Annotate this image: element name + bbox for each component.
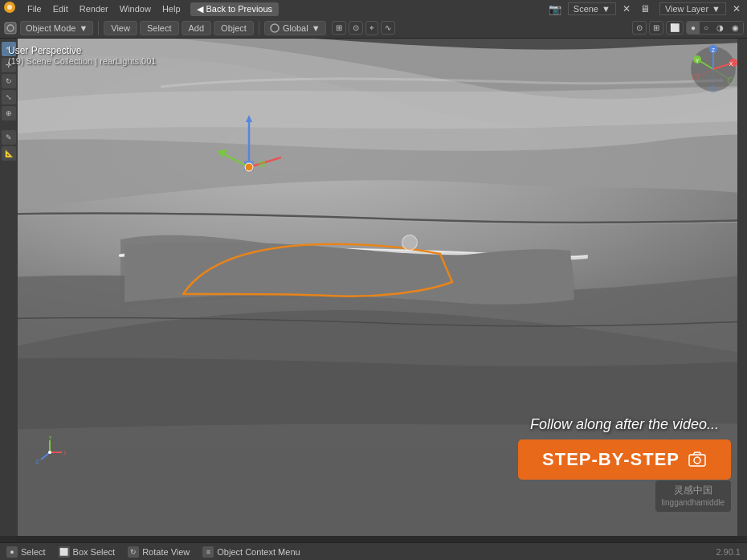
mode-dropdown-arrow: ▼	[79, 23, 88, 33]
toolbar: Object Mode ▼ View Select Add Object Glo…	[0, 18, 747, 39]
viewport-axis-gizmo[interactable]: X Y Z	[689, 45, 737, 93]
svg-line-18	[41, 452, 50, 460]
right-panel	[737, 39, 747, 536]
status-context-menu[interactable]: ≡ Object Context Menu	[202, 546, 300, 558]
camera-step-icon	[688, 450, 707, 469]
select-button[interactable]: Select	[140, 21, 179, 35]
step-button-label: STEP-BY-STEP	[542, 449, 680, 470]
transform-label: Global	[283, 23, 308, 33]
x-button[interactable]: ✕	[619, 2, 634, 16]
transform-tool[interactable]: ⊕	[2, 106, 16, 121]
menu-help[interactable]: Help	[157, 2, 186, 15]
view-button[interactable]: View	[104, 21, 137, 35]
wireframe-shading-button[interactable]: ○	[700, 22, 712, 34]
menu-render[interactable]: Render	[75, 2, 113, 15]
viewport[interactable]: ↖ ✛ ↻ ⤡ ⊕ ✎ 📐 User Perspective (19) Scen…	[0, 39, 747, 536]
status-box-select[interactable]: ⬜ Box Select	[59, 546, 116, 558]
add-button[interactable]: Add	[182, 21, 212, 35]
svg-marker-8	[246, 115, 252, 122]
measure-tool[interactable]: 📐	[2, 146, 16, 161]
top-menu-bar: File Edit Render Window Help ◀ Back to P…	[0, 0, 747, 18]
cursor	[402, 235, 418, 251]
camera-icon[interactable]: 📷	[545, 2, 565, 17]
collection-label: (19) Scene Collection | rearLights.001	[8, 56, 156, 66]
version-label: 2.90.1	[716, 547, 741, 557]
view-layer-label: View Layer	[665, 4, 708, 14]
xray-icon[interactable]: ⬜	[666, 21, 684, 35]
material-shading-button[interactable]: ◑	[712, 22, 728, 34]
back-to-previous-button[interactable]: ◀ Back to Previous	[190, 2, 280, 16]
scene-label: Scene	[574, 4, 598, 14]
object-mode-dropdown[interactable]: Object Mode ▼	[20, 21, 93, 35]
left-tools-panel: ↖ ✛ ↻ ⤡ ⊕ ✎ 📐	[0, 39, 18, 536]
select-label: Select	[21, 547, 46, 557]
svg-line-12	[221, 153, 249, 167]
scene-dropdown-icon: ▼	[602, 4, 610, 14]
svg-rect-23	[689, 455, 705, 466]
box-select-label: Box Select	[73, 547, 116, 557]
scale-tool[interactable]: ⤡	[2, 90, 16, 104]
svg-point-4	[271, 24, 279, 32]
menu-window[interactable]: Window	[115, 2, 156, 15]
rendered-shading-button[interactable]: ◉	[728, 22, 743, 34]
view-layer-dropdown[interactable]: View Layer ▼	[659, 2, 726, 15]
svg-point-24	[694, 457, 700, 464]
viewport-shading-icon[interactable]: ⊙	[632, 21, 647, 35]
rotate-tool[interactable]: ↻	[2, 74, 16, 88]
proportional-falloff-icon[interactable]: ∿	[381, 21, 395, 35]
svg-point-19	[48, 451, 51, 454]
context-menu-label: Object Context Menu	[217, 547, 300, 557]
proportional-edit-icon[interactable]: ⊙	[349, 21, 363, 35]
back-arrow-icon: ◀	[197, 4, 203, 14]
context-menu-icon: ≡	[202, 546, 214, 558]
follow-text: Follow along after the video...	[518, 416, 731, 433]
snap-to-grid-icon[interactable]: ⊞	[332, 21, 346, 35]
scene-dropdown[interactable]: Scene ▼	[568, 2, 616, 15]
object-button[interactable]: Object	[214, 21, 254, 35]
status-bar: ● Select ⬜ Box Select ↻ Rotate View ≡ Ob…	[0, 542, 747, 560]
object-mode-icon	[3, 21, 18, 35]
transform-icon	[270, 23, 280, 33]
back-button-label: Back to Previous	[206, 4, 273, 14]
svg-text:Y: Y	[48, 436, 53, 441]
follow-overlay: Follow along after the video... STEP-BY-…	[518, 416, 731, 480]
menu-edit[interactable]: Edit	[48, 2, 73, 15]
svg-text:Z: Z	[712, 47, 716, 53]
svg-text:X: X	[63, 449, 66, 456]
transform-dropdown[interactable]: Global ▼	[264, 21, 326, 35]
svg-point-1	[7, 5, 12, 10]
status-select[interactable]: ● Select	[6, 546, 46, 558]
object-mode-label: Object Mode	[26, 23, 76, 33]
menu-file[interactable]: File	[22, 2, 47, 15]
rotate-label: Rotate View	[142, 547, 190, 557]
status-rotate[interactable]: ↻ Rotate View	[128, 546, 190, 558]
blender-logo	[3, 1, 19, 17]
toolbar-separator-1	[98, 21, 99, 35]
view-layer-dropdown-icon: ▼	[712, 4, 720, 14]
view-layer-x-button[interactable]: ✕	[729, 2, 744, 16]
watermark: 灵感中国 linggandhamiddle	[655, 480, 731, 512]
svg-text:Z: Z	[35, 458, 39, 465]
step-by-step-button[interactable]: STEP-BY-STEP	[518, 439, 731, 480]
svg-text:Y: Y	[696, 58, 700, 63]
solid-shading-button[interactable]: ●	[687, 22, 700, 34]
watermark-subtext: linggandhamiddle	[662, 497, 725, 509]
transform-gizmo[interactable]	[217, 111, 281, 191]
rotate-icon: ↻	[128, 546, 139, 558]
viewport-info: User Perspective (19) Scene Collection |…	[8, 45, 156, 66]
svg-rect-15	[259, 161, 265, 167]
svg-point-14	[245, 163, 253, 171]
svg-rect-2	[5, 22, 16, 34]
annotate-tool[interactable]: ✎	[2, 130, 16, 145]
transform-dropdown-arrow: ▼	[312, 23, 320, 33]
snapping-icon[interactable]: ⌖	[365, 21, 378, 35]
svg-text:X: X	[729, 61, 733, 67]
box-select-icon: ⬜	[59, 546, 70, 558]
screen-icon[interactable]: 🖥	[637, 2, 653, 16]
axis-cross-widget: X Y Z	[34, 436, 66, 472]
select-icon: ●	[6, 546, 18, 558]
watermark-text: 灵感中国	[662, 484, 725, 497]
overlay-icon[interactable]: ⊞	[649, 21, 663, 35]
toolbar-separator-2	[259, 21, 259, 35]
toolbar-right: ⊙ ⊞ ⬜ ● ○ ◑ ◉	[632, 21, 744, 35]
